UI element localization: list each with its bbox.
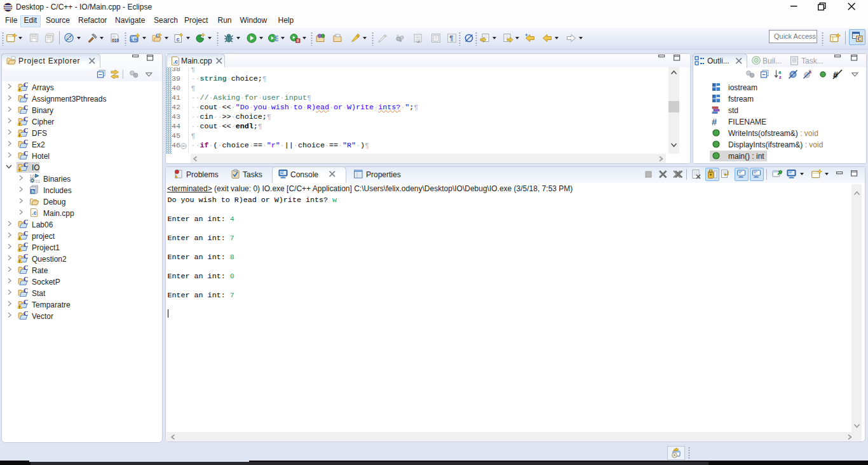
svg-text:h: h: [32, 189, 35, 194]
svg-text:010: 010: [112, 38, 119, 43]
svg-text:c: c: [177, 36, 180, 43]
svg-text:10: 10: [30, 174, 35, 179]
svg-text:¶: ¶: [450, 34, 454, 42]
svg-text:C: C: [156, 33, 159, 39]
svg-text:C: C: [132, 36, 137, 43]
svg-text:z: z: [779, 74, 782, 79]
svg-text:C: C: [858, 36, 862, 42]
svg-text:01: 01: [36, 179, 41, 184]
